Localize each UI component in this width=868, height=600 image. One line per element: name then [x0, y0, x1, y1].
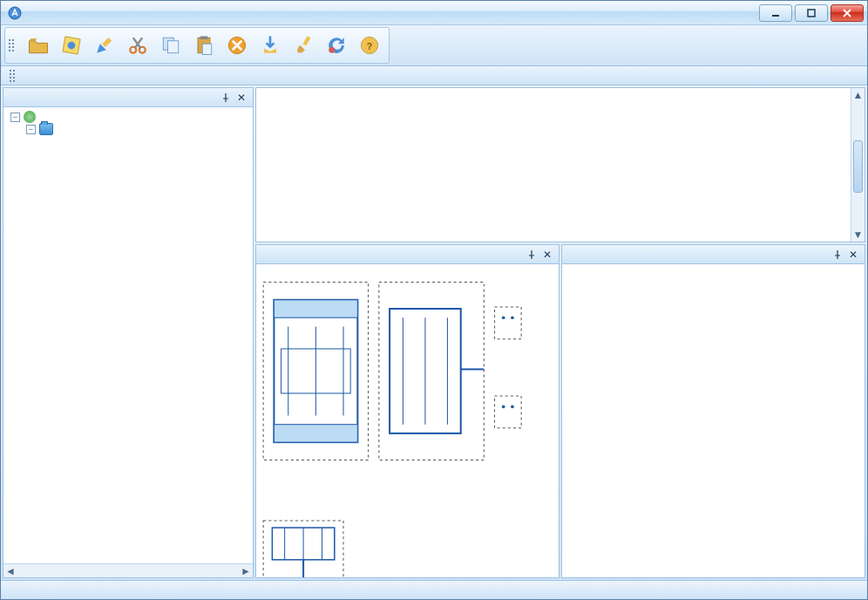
grid-vscroll[interactable]: ▲ ▼: [851, 88, 865, 242]
scroll-left-icon[interactable]: ◄: [3, 564, 17, 577]
svg-point-33: [502, 316, 505, 319]
maximize-button[interactable]: [795, 4, 828, 22]
statusbar: [1, 580, 867, 599]
help-button[interactable]: ?: [354, 30, 385, 61]
open-catalog-button[interactable]: [56, 30, 87, 61]
menubar-handle[interactable]: [10, 70, 15, 82]
minimize-button[interactable]: [759, 4, 792, 22]
toolbar-area: ?: [1, 25, 867, 66]
menubar: [1, 66, 867, 85]
svg-point-15: [329, 47, 335, 53]
close-panel-icon[interactable]: ✕: [847, 249, 859, 261]
slide-canvas: [256, 264, 559, 577]
menu-view[interactable]: [57, 74, 74, 78]
copy-button[interactable]: [155, 30, 186, 61]
scroll-thumb[interactable]: [853, 140, 863, 193]
lower-split: ✕: [255, 244, 865, 578]
svg-text:?: ?: [367, 41, 372, 51]
svg-rect-20: [274, 300, 357, 317]
brush-button[interactable]: [288, 30, 319, 61]
close-panel-icon[interactable]: ✕: [235, 92, 248, 104]
catalog-tree[interactable]: − −: [3, 107, 253, 563]
open-folder-button[interactable]: [23, 30, 54, 61]
toolbar-handle[interactable]: [9, 39, 14, 51]
scroll-down-icon[interactable]: ▼: [851, 228, 865, 242]
svg-rect-35: [495, 396, 522, 428]
refresh-button[interactable]: [321, 30, 352, 61]
svg-rect-11: [200, 37, 208, 40]
cut-button[interactable]: [122, 30, 153, 61]
paste-button[interactable]: [188, 30, 220, 61]
close-panel-icon[interactable]: ✕: [541, 249, 553, 261]
catalog-panel: ✕ − − ◄ ►: [3, 87, 254, 578]
pin-icon[interactable]: [831, 249, 844, 261]
description-content: [562, 264, 865, 577]
slide-panel: ✕: [255, 244, 559, 578]
edit-button[interactable]: [89, 30, 120, 61]
window-controls: [756, 4, 864, 22]
pin-icon[interactable]: [526, 249, 538, 261]
svg-point-36: [502, 405, 505, 408]
svg-rect-12: [202, 44, 212, 54]
pin-icon[interactable]: [220, 92, 232, 104]
svg-rect-9: [168, 41, 179, 53]
tree-brand[interactable]: −: [24, 123, 251, 135]
scroll-up-icon[interactable]: ▲: [851, 88, 865, 102]
app-icon: [8, 6, 22, 20]
svg-point-4: [68, 42, 76, 50]
close-button[interactable]: [831, 4, 864, 22]
tree-hscroll[interactable]: ◄ ►: [3, 563, 253, 577]
delete-button[interactable]: [221, 30, 253, 61]
svg-rect-21: [274, 425, 357, 442]
svg-point-34: [511, 316, 514, 319]
menu-help[interactable]: [74, 74, 92, 78]
svg-rect-32: [495, 307, 522, 339]
svg-point-37: [511, 405, 514, 408]
export-button[interactable]: [254, 30, 286, 61]
svg-rect-14: [302, 36, 310, 45]
toolbar: ?: [4, 27, 390, 64]
menu-library[interactable]: [22, 74, 39, 78]
main-area: ✕ − − ◄ ►: [1, 85, 867, 580]
slide-panel-header: ✕: [256, 245, 559, 264]
titlebar: [1, 1, 867, 25]
symbol-grid[interactable]: [256, 88, 851, 242]
catalog-panel-header: ✕: [3, 88, 253, 107]
svg-rect-5: [102, 38, 112, 47]
scroll-right-icon[interactable]: ►: [239, 564, 253, 577]
svg-rect-2: [808, 10, 815, 17]
description-panel: ✕: [561, 244, 865, 578]
symbol-grid-panel: ▲ ▼: [255, 87, 865, 242]
app-window: ? ✕ − −: [0, 0, 868, 600]
description-panel-header: ✕: [562, 245, 865, 264]
right-area: ▲ ▼ ✕: [255, 87, 865, 578]
menu-edit[interactable]: [39, 74, 57, 78]
